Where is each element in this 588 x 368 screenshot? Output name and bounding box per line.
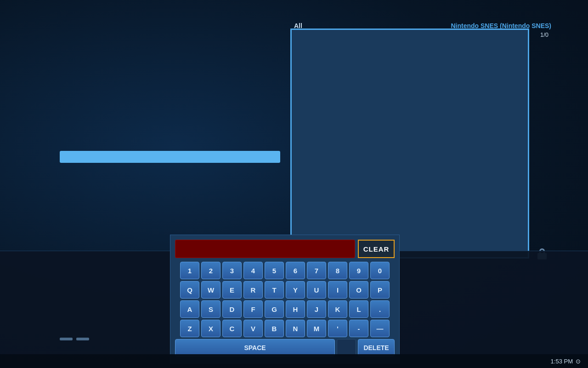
key-k[interactable]: K	[328, 300, 347, 318]
keyboard-search-input[interactable]	[175, 240, 355, 258]
clear-button[interactable]: CLEAR	[358, 240, 395, 258]
zxcv-row: Z X C V B N M ' - —	[175, 320, 395, 337]
key-6[interactable]: 6	[286, 262, 305, 279]
number-row: 1 2 3 4 5 6 7 8 9 0	[175, 262, 395, 279]
key-1[interactable]: 1	[180, 262, 199, 279]
count-badge: 1/0	[540, 31, 548, 38]
key-apostrophe[interactable]: '	[328, 320, 347, 337]
key-j[interactable]: J	[307, 300, 326, 318]
key-d[interactable]: D	[222, 300, 242, 318]
key-i[interactable]: I	[328, 281, 347, 299]
key-o[interactable]: O	[349, 281, 368, 299]
dash-1	[60, 338, 73, 340]
key-f[interactable]: F	[243, 300, 263, 318]
key-r[interactable]: R	[243, 281, 263, 299]
keyboard-container: CLEAR 1 2 3 4 5 6 7 8 9 0 Q W E R T Y U …	[170, 235, 400, 363]
key-dash[interactable]: —	[370, 320, 390, 337]
key-8[interactable]: 8	[328, 262, 347, 279]
key-b[interactable]: B	[265, 320, 284, 337]
search-row: CLEAR	[175, 240, 395, 258]
search-bar[interactable]	[60, 151, 280, 163]
key-w[interactable]: W	[201, 281, 220, 299]
key-p[interactable]: P	[370, 281, 390, 299]
clock-icon: ⊙	[576, 358, 581, 365]
key-0[interactable]: 0	[370, 262, 390, 279]
key-c[interactable]: C	[222, 320, 242, 337]
key-7[interactable]: 7	[307, 262, 326, 279]
key-n[interactable]: N	[286, 320, 305, 337]
key-hyphen[interactable]: -	[349, 320, 368, 337]
asdf-row: A S D F G H J K L .	[175, 300, 395, 318]
key-u[interactable]: U	[307, 281, 326, 299]
key-h[interactable]: H	[286, 300, 305, 318]
key-m[interactable]: M	[307, 320, 326, 337]
status-bar: 1:53 PM ⊙	[0, 354, 588, 368]
key-9[interactable]: 9	[349, 262, 368, 279]
key-q[interactable]: Q	[180, 281, 199, 299]
key-g[interactable]: G	[265, 300, 284, 318]
key-e[interactable]: E	[222, 281, 242, 299]
key-l[interactable]: L	[349, 300, 368, 318]
key-5[interactable]: 5	[265, 262, 284, 279]
right-panel: MISSING MEDIA	[290, 29, 529, 259]
status-time: 1:53 PM	[551, 358, 573, 365]
bottom-bar: CLEAR 1 2 3 4 5 6 7 8 9 0 Q W E R T Y U …	[0, 251, 588, 368]
left-dashes	[60, 338, 89, 340]
key-dot[interactable]: .	[370, 300, 390, 318]
key-3[interactable]: 3	[222, 262, 242, 279]
key-2[interactable]: 2	[201, 262, 220, 279]
key-4[interactable]: 4	[243, 262, 263, 279]
dash-2	[76, 338, 89, 340]
key-v[interactable]: V	[243, 320, 263, 337]
key-y[interactable]: Y	[286, 281, 305, 299]
key-a[interactable]: A	[180, 300, 199, 318]
qwerty-row: Q W E R T Y U I O P	[175, 281, 395, 299]
key-z[interactable]: Z	[180, 320, 199, 337]
key-s[interactable]: S	[201, 300, 220, 318]
key-t[interactable]: T	[265, 281, 284, 299]
key-x[interactable]: X	[201, 320, 220, 337]
